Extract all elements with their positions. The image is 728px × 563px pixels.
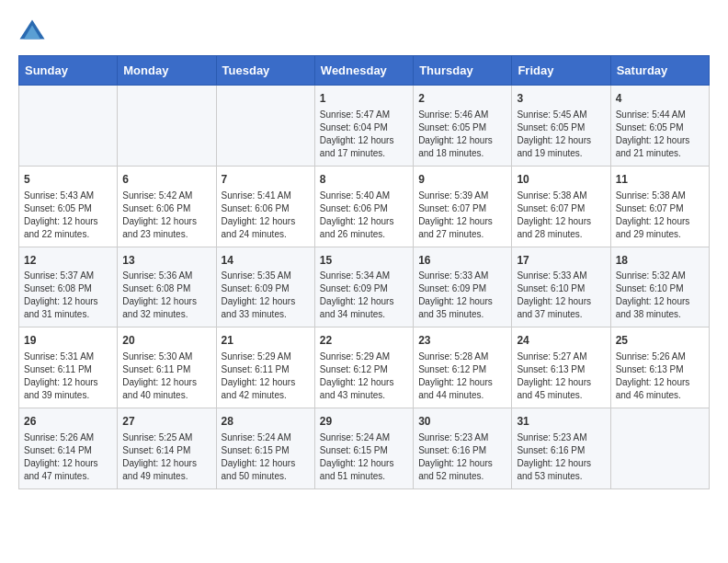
calendar-cell: 10Sunrise: 5:38 AM Sunset: 6:07 PM Dayli… — [512, 166, 610, 247]
weekday-header-wednesday: Wednesday — [314, 56, 413, 86]
calendar-cell: 24Sunrise: 5:27 AM Sunset: 6:13 PM Dayli… — [512, 327, 610, 408]
day-number: 17 — [517, 253, 605, 269]
calendar-cell: 22Sunrise: 5:29 AM Sunset: 6:12 PM Dayli… — [314, 327, 413, 408]
day-number: 6 — [122, 172, 210, 188]
day-info: Sunrise: 5:29 AM Sunset: 6:12 PM Dayligh… — [320, 350, 408, 402]
day-info: Sunrise: 5:34 AM Sunset: 6:09 PM Dayligh… — [320, 270, 408, 321]
calendar-cell: 18Sunrise: 5:32 AM Sunset: 6:10 PM Dayli… — [610, 247, 709, 327]
header-section — [18, 18, 710, 46]
day-number: 22 — [320, 333, 408, 349]
calendar-cell: 21Sunrise: 5:29 AM Sunset: 6:11 PM Dayli… — [216, 327, 314, 408]
day-info: Sunrise: 5:36 AM Sunset: 6:08 PM Dayligh… — [122, 270, 210, 321]
logo-icon — [18, 18, 46, 46]
calendar-cell — [610, 408, 709, 489]
day-number: 14 — [222, 253, 310, 269]
calendar-cell: 26Sunrise: 5:26 AM Sunset: 6:14 PM Dayli… — [19, 408, 118, 489]
day-info: Sunrise: 5:24 AM Sunset: 6:15 PM Dayligh… — [320, 431, 408, 483]
day-number: 3 — [517, 91, 605, 107]
calendar-cell: 7Sunrise: 5:41 AM Sunset: 6:06 PM Daylig… — [216, 166, 314, 247]
day-info: Sunrise: 5:44 AM Sunset: 6:05 PM Dayligh… — [616, 109, 704, 160]
day-number: 1 — [320, 91, 408, 107]
day-number: 28 — [222, 414, 310, 430]
calendar-cell: 14Sunrise: 5:35 AM Sunset: 6:09 PM Dayli… — [216, 247, 314, 327]
day-number: 4 — [616, 91, 704, 107]
calendar-cell: 27Sunrise: 5:25 AM Sunset: 6:14 PM Dayli… — [118, 408, 216, 489]
day-number: 23 — [418, 333, 506, 349]
day-number: 12 — [24, 253, 112, 269]
day-info: Sunrise: 5:28 AM Sunset: 6:12 PM Dayligh… — [418, 350, 506, 402]
day-number: 21 — [222, 333, 310, 349]
calendar-cell: 15Sunrise: 5:34 AM Sunset: 6:09 PM Dayli… — [314, 247, 413, 327]
day-info: Sunrise: 5:41 AM Sunset: 6:06 PM Dayligh… — [222, 190, 310, 241]
calendar-week-row: 12Sunrise: 5:37 AM Sunset: 6:08 PM Dayli… — [19, 247, 710, 327]
day-info: Sunrise: 5:33 AM Sunset: 6:09 PM Dayligh… — [418, 270, 506, 321]
day-info: Sunrise: 5:25 AM Sunset: 6:14 PM Dayligh… — [122, 431, 210, 483]
calendar-week-row: 19Sunrise: 5:31 AM Sunset: 6:11 PM Dayli… — [19, 327, 710, 408]
calendar-week-row: 5Sunrise: 5:43 AM Sunset: 6:05 PM Daylig… — [19, 166, 710, 247]
day-number: 11 — [616, 172, 704, 188]
day-info: Sunrise: 5:23 AM Sunset: 6:16 PM Dayligh… — [418, 431, 506, 483]
weekday-header-monday: Monday — [118, 56, 216, 86]
day-number: 8 — [320, 172, 408, 188]
calendar-table: SundayMondayTuesdayWednesdayThursdayFrid… — [18, 55, 710, 489]
day-number: 20 — [122, 333, 210, 349]
calendar-cell: 17Sunrise: 5:33 AM Sunset: 6:10 PM Dayli… — [512, 247, 610, 327]
logo — [18, 18, 50, 46]
calendar-cell: 8Sunrise: 5:40 AM Sunset: 6:06 PM Daylig… — [314, 166, 413, 247]
day-info: Sunrise: 5:43 AM Sunset: 6:05 PM Dayligh… — [24, 190, 112, 241]
day-info: Sunrise: 5:26 AM Sunset: 6:13 PM Dayligh… — [616, 350, 704, 402]
calendar-cell: 30Sunrise: 5:23 AM Sunset: 6:16 PM Dayli… — [414, 408, 512, 489]
day-number: 29 — [320, 414, 408, 430]
day-info: Sunrise: 5:23 AM Sunset: 6:16 PM Dayligh… — [517, 431, 605, 483]
day-number: 13 — [122, 253, 210, 269]
day-info: Sunrise: 5:24 AM Sunset: 6:15 PM Dayligh… — [222, 431, 310, 483]
day-info: Sunrise: 5:40 AM Sunset: 6:06 PM Dayligh… — [320, 190, 408, 241]
calendar-cell: 2Sunrise: 5:46 AM Sunset: 6:05 PM Daylig… — [414, 86, 512, 167]
calendar-cell: 25Sunrise: 5:26 AM Sunset: 6:13 PM Dayli… — [610, 327, 709, 408]
calendar-cell: 5Sunrise: 5:43 AM Sunset: 6:05 PM Daylig… — [19, 166, 118, 247]
weekday-header-friday: Friday — [512, 56, 610, 86]
day-number: 25 — [616, 333, 704, 349]
day-info: Sunrise: 5:42 AM Sunset: 6:06 PM Dayligh… — [122, 190, 210, 241]
day-info: Sunrise: 5:38 AM Sunset: 6:07 PM Dayligh… — [517, 190, 605, 241]
calendar-cell: 1Sunrise: 5:47 AM Sunset: 6:04 PM Daylig… — [314, 86, 413, 167]
weekday-header-sunday: Sunday — [19, 56, 118, 86]
calendar-cell — [19, 86, 118, 167]
day-number: 15 — [320, 253, 408, 269]
calendar-cell — [216, 86, 314, 167]
calendar-cell: 11Sunrise: 5:38 AM Sunset: 6:07 PM Dayli… — [610, 166, 709, 247]
calendar-cell: 4Sunrise: 5:44 AM Sunset: 6:05 PM Daylig… — [610, 86, 709, 167]
calendar-week-row: 1Sunrise: 5:47 AM Sunset: 6:04 PM Daylig… — [19, 86, 710, 167]
weekday-header-tuesday: Tuesday — [216, 56, 314, 86]
day-number: 24 — [517, 333, 605, 349]
day-info: Sunrise: 5:37 AM Sunset: 6:08 PM Dayligh… — [24, 270, 112, 321]
day-info: Sunrise: 5:45 AM Sunset: 6:05 PM Dayligh… — [517, 109, 605, 160]
day-info: Sunrise: 5:32 AM Sunset: 6:10 PM Dayligh… — [616, 270, 704, 321]
day-info: Sunrise: 5:29 AM Sunset: 6:11 PM Dayligh… — [222, 350, 310, 402]
calendar-cell: 6Sunrise: 5:42 AM Sunset: 6:06 PM Daylig… — [118, 166, 216, 247]
day-info: Sunrise: 5:33 AM Sunset: 6:10 PM Dayligh… — [517, 270, 605, 321]
day-info: Sunrise: 5:31 AM Sunset: 6:11 PM Dayligh… — [24, 350, 112, 402]
calendar-cell: 31Sunrise: 5:23 AM Sunset: 6:16 PM Dayli… — [512, 408, 610, 489]
day-info: Sunrise: 5:27 AM Sunset: 6:13 PM Dayligh… — [517, 350, 605, 402]
day-info: Sunrise: 5:30 AM Sunset: 6:11 PM Dayligh… — [122, 350, 210, 402]
day-number: 31 — [517, 414, 605, 430]
day-number: 30 — [418, 414, 506, 430]
calendar-cell: 20Sunrise: 5:30 AM Sunset: 6:11 PM Dayli… — [118, 327, 216, 408]
day-info: Sunrise: 5:26 AM Sunset: 6:14 PM Dayligh… — [24, 431, 112, 483]
day-info: Sunrise: 5:47 AM Sunset: 6:04 PM Dayligh… — [320, 109, 408, 160]
weekday-header-thursday: Thursday — [414, 56, 512, 86]
day-info: Sunrise: 5:35 AM Sunset: 6:09 PM Dayligh… — [222, 270, 310, 321]
day-info: Sunrise: 5:39 AM Sunset: 6:07 PM Dayligh… — [418, 190, 506, 241]
calendar-cell — [118, 86, 216, 167]
day-number: 2 — [418, 91, 506, 107]
day-number: 5 — [24, 172, 112, 188]
day-number: 16 — [418, 253, 506, 269]
day-info: Sunrise: 5:46 AM Sunset: 6:05 PM Dayligh… — [418, 109, 506, 160]
calendar-cell: 12Sunrise: 5:37 AM Sunset: 6:08 PM Dayli… — [19, 247, 118, 327]
day-number: 19 — [24, 333, 112, 349]
calendar-cell: 13Sunrise: 5:36 AM Sunset: 6:08 PM Dayli… — [118, 247, 216, 327]
day-number: 7 — [222, 172, 310, 188]
calendar-cell: 3Sunrise: 5:45 AM Sunset: 6:05 PM Daylig… — [512, 86, 610, 167]
calendar-cell: 23Sunrise: 5:28 AM Sunset: 6:12 PM Dayli… — [414, 327, 512, 408]
